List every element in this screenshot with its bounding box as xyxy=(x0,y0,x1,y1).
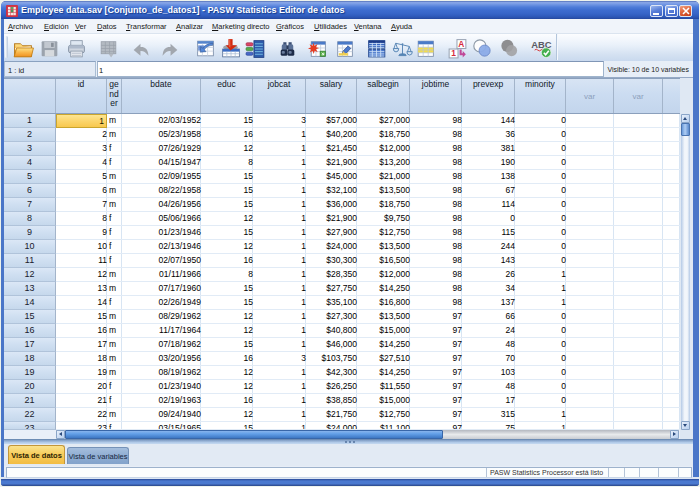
svg-text:1: 1 xyxy=(451,48,456,58)
svg-text:A: A xyxy=(458,39,464,49)
